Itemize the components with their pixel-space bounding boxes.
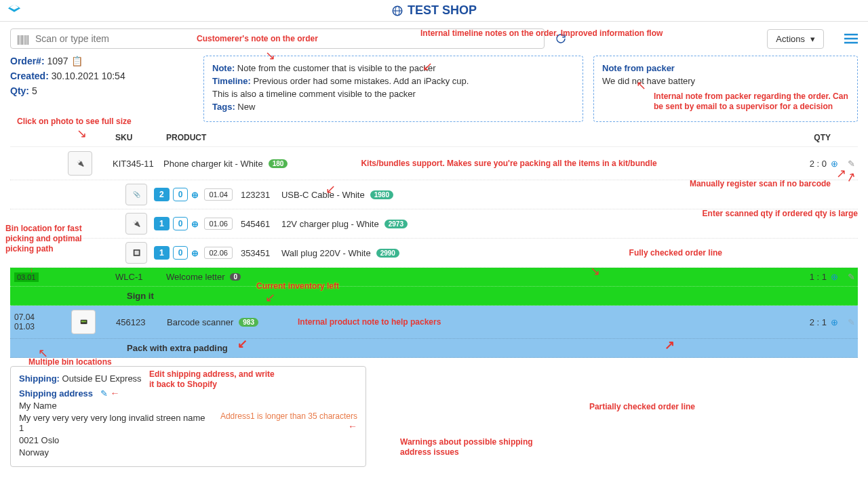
svg-rect-6: [24, 35, 24, 45]
stock-badge: 983: [239, 318, 258, 327]
qty-chip: 1: [154, 246, 170, 260]
order-created: 30.10.2021 10:54: [52, 70, 125, 81]
annotation-timeline: Internal timeline notes on the order. Im…: [420, 28, 663, 39]
arrow-icon: ↘: [590, 264, 600, 279]
product-name: Phone charger kit - White: [163, 159, 263, 169]
annotation-inventory: Current inventory left: [256, 281, 339, 291]
partially-checked-line: 07.04 01.03 📟 456123 Barcode scanner 983…: [10, 306, 858, 358]
annotation-manual-scan: Manually register scan if no barcode: [690, 179, 831, 189]
stock-badge: 2973: [384, 220, 408, 228]
col-sku: SKU: [115, 133, 166, 142]
table-sub-row: 🔲 1 0 ⊕ 02.06 353451 Wall plug 220V - Wh…: [10, 239, 858, 268]
annotation-packer-internal: Internal note from packer regarding the …: [654, 92, 857, 112]
shipping-address-title: Shipping address: [19, 388, 93, 399]
actions-dropdown[interactable]: Actions ▾: [767, 29, 824, 49]
sku: 353451: [241, 248, 281, 258]
shipping-method: Outside EU Express: [62, 373, 142, 384]
svg-rect-4: [20, 35, 20, 45]
table-header: SKU PRODUCT QTY: [10, 129, 858, 147]
annotation-product-note: Internal product note to help packers: [298, 317, 441, 327]
chevron-down-icon: ▾: [810, 34, 815, 44]
note-label: Note:: [212, 63, 235, 73]
scanned-chip: 0: [173, 246, 189, 260]
shipping-warning: Address1 is longer than 35 characters: [220, 411, 357, 421]
shipping-label: Shipping:: [19, 373, 60, 384]
product-name: 12V charger plug - White: [281, 219, 379, 229]
edit-icon[interactable]: ✎: [848, 317, 855, 327]
product-name: Wall plug 220V - White: [281, 248, 371, 258]
customer-notes-box: ↘ ↙ Note: Note from the customer that is…: [203, 56, 583, 122]
hamburger-icon[interactable]: [844, 33, 858, 45]
shipping-line1: My very very very very long invalid stre…: [19, 413, 209, 433]
barcode-icon: [18, 34, 28, 43]
annotation-shipping-warning: Warnings about possible shipping address…: [400, 437, 536, 458]
product-thumbnail[interactable]: 🔲: [125, 242, 147, 264]
actions-label: Actions: [776, 34, 805, 44]
timeline-text-1: Previous order had some mistakes. Add an…: [253, 76, 469, 86]
edit-address-icon[interactable]: ✎: [100, 388, 108, 399]
bin-chip: 02.06: [204, 247, 233, 259]
annotation-customer-note: Customerer's note on the order: [197, 34, 318, 43]
arrow-icon: ↙: [265, 290, 275, 305]
stock-badge: 1980: [370, 190, 393, 199]
product-name: Welcome letter: [166, 272, 224, 282]
order-qty-label: Qty:: [10, 85, 29, 96]
shipping-postal: 0021 Oslo: [19, 435, 209, 445]
edit-icon[interactable]: ✎: [848, 272, 855, 282]
qty-value: 2 : 1: [810, 317, 827, 327]
product-thumbnail[interactable]: 🔌: [125, 213, 147, 235]
arrow-icon: ↖: [636, 78, 646, 93]
clipboard-icon[interactable]: 📋: [71, 56, 83, 66]
annotation-enter-qty: Enter scanned qty if ordered qty is larg…: [703, 209, 858, 219]
col-product: PRODUCT: [166, 133, 790, 142]
product-name: Barcode scanner: [167, 317, 233, 327]
toolbar: Actions ▾: [0, 22, 868, 56]
annotation-click-photo: Click on photo to see full size: [17, 117, 132, 126]
annotation-edit-shipping: Edit shipping address, and write it back…: [149, 369, 278, 390]
scanned-chip: 0: [173, 188, 189, 201]
packer-note-title: Note from packer: [602, 63, 849, 73]
stock-badge: 180: [269, 159, 288, 168]
plus-icon[interactable]: ⊕: [191, 248, 199, 258]
arrow-icon: ←: [348, 421, 357, 432]
product-note: Sign it: [10, 287, 858, 306]
plus-circle-icon[interactable]: ⊕: [831, 272, 838, 282]
qty-value: 2 : 0: [810, 159, 827, 169]
app-logo-icon: [7, 3, 22, 18]
order-qty: 5: [32, 85, 37, 96]
tags-text: New: [237, 102, 255, 112]
packer-note-box: Note from packer We did not have battery…: [593, 56, 858, 122]
annotation-bin-location: Bin location for fast picking and optima…: [5, 224, 94, 254]
sku: 123231: [241, 190, 281, 200]
svg-rect-7: [26, 35, 27, 45]
order-number-label: Order#:: [10, 56, 45, 66]
arrow-icon: ↘: [265, 48, 275, 63]
plus-icon[interactable]: ⊕: [191, 219, 199, 229]
qty-value: 1 : 1: [810, 272, 827, 282]
arrow-icon: ↖: [38, 346, 48, 361]
sku: KIT345-11: [113, 159, 163, 169]
plus-icon[interactable]: ⊕: [191, 190, 199, 200]
arrow-icon: ↘: [77, 126, 87, 141]
order-lines-table: SKU PRODUCT QTY 🔌 KIT345-11 Phone charge…: [0, 122, 868, 358]
order-header-row: Order#: 1097 📋 Created: 30.10.2021 10:54…: [0, 56, 868, 122]
product-thumbnail[interactable]: 🔌: [68, 151, 92, 176]
tags-label: Tags:: [212, 102, 235, 112]
annotation-partial: Partially checked order line: [589, 402, 695, 411]
product-thumbnail[interactable]: 📎: [125, 184, 147, 205]
product-thumbnail[interactable]: 📟: [71, 310, 96, 334]
qty-chip: 1: [154, 217, 170, 230]
shop-title: TEST SHOP: [391, 3, 477, 18]
svg-rect-5: [22, 35, 23, 45]
shipping-box: Edit shipping address, and write it back…: [10, 366, 366, 467]
timeline-text-2: This is also a timeline comment visible …: [212, 89, 416, 99]
order-created-label: Created:: [10, 70, 49, 81]
bin-chip: 01.04: [204, 188, 233, 201]
scanned-chip: 0: [173, 217, 189, 230]
bin-label: 07.04: [14, 312, 51, 322]
edit-icon[interactable]: ✎: [848, 159, 855, 169]
note-text: Note from the customer that is visible t…: [237, 63, 436, 73]
plus-circle-icon[interactable]: ⊕: [831, 317, 838, 327]
bin-chip: 01.06: [204, 218, 233, 230]
arrow-icon: ↙: [237, 336, 248, 351]
